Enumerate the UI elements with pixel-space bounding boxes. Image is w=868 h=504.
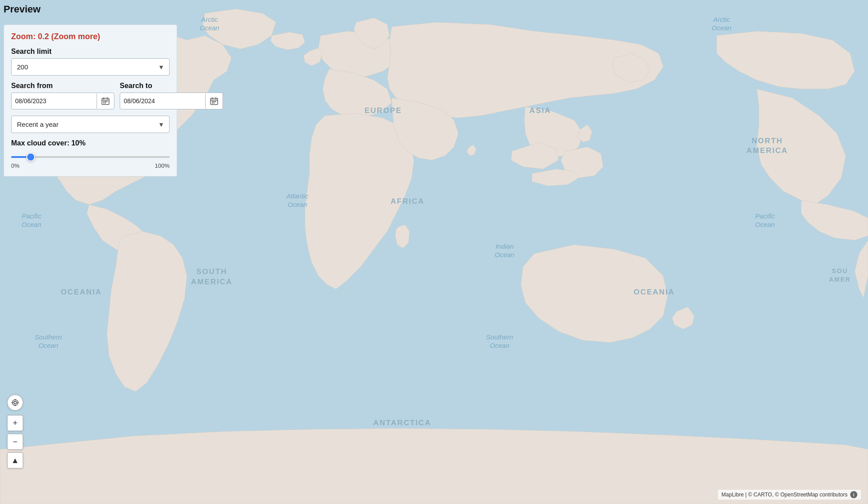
zoom-in-button[interactable]: + (7, 415, 23, 431)
page-title: Preview (4, 4, 41, 15)
cloud-cover-label: Max cloud cover: 10% (11, 139, 170, 147)
svg-rect-6 (105, 101, 106, 102)
compass-button[interactable]: ▲ (7, 452, 23, 468)
locate-button[interactable] (7, 395, 23, 411)
map-controls: + − ▲ (7, 395, 23, 468)
info-button[interactable]: i (850, 491, 857, 498)
svg-rect-16 (215, 101, 216, 102)
svg-point-19 (14, 401, 16, 404)
search-to-input-wrapper (120, 93, 223, 109)
zoom-out-button[interactable]: − (7, 434, 23, 450)
cloud-cover-section: Max cloud cover: 10% 0% 100% (11, 139, 170, 169)
svg-point-20 (12, 400, 18, 406)
control-panel: Zoom: 0.2 (Zoom more) Search limit 100 2… (4, 24, 177, 177)
attribution-text: MapLibre | © CARTO, © OpenStreetMap cont… (722, 492, 848, 498)
slider-min-label: 0% (11, 162, 20, 169)
date-preset-wrapper: Recent a year Recent 6 months Recent 3 m… (11, 116, 170, 133)
svg-rect-8 (103, 103, 105, 104)
svg-rect-5 (103, 101, 105, 102)
date-row: Search from (11, 82, 170, 109)
search-from-field: Search from (11, 82, 114, 109)
cloud-cover-slider-wrapper (11, 152, 170, 160)
slider-max-label: 100% (155, 162, 170, 169)
attribution: MapLibre | © CARTO, © OpenStreetMap cont… (718, 490, 861, 500)
calendar-icon-from (101, 97, 110, 105)
locate-icon (11, 399, 19, 407)
svg-rect-15 (214, 101, 215, 102)
search-to-label: Search to (120, 82, 223, 90)
svg-rect-9 (105, 103, 106, 104)
search-from-label: Search from (11, 82, 114, 90)
svg-rect-18 (214, 103, 215, 104)
cloud-cover-slider[interactable] (11, 156, 170, 158)
search-limit-label: Search limit (11, 48, 170, 56)
zoom-label: Zoom: 0.2 (Zoom more) (11, 32, 170, 41)
search-from-calendar-button[interactable] (97, 93, 114, 109)
calendar-icon-to (210, 97, 218, 105)
svg-rect-14 (212, 101, 213, 102)
search-to-input[interactable] (120, 93, 205, 109)
search-from-input-wrapper (11, 93, 114, 109)
svg-rect-17 (212, 103, 213, 104)
slider-labels: 0% 100% (11, 162, 170, 169)
date-preset-select[interactable]: Recent a year Recent 6 months Recent 3 m… (11, 116, 170, 133)
search-to-field: Search to (120, 82, 223, 109)
search-to-calendar-button[interactable] (205, 93, 223, 109)
svg-rect-7 (106, 101, 108, 102)
search-limit-wrapper: 100 200 500 1000 ▼ (11, 58, 170, 76)
search-from-input[interactable] (12, 93, 97, 109)
search-limit-select[interactable]: 100 200 500 1000 (11, 58, 170, 76)
